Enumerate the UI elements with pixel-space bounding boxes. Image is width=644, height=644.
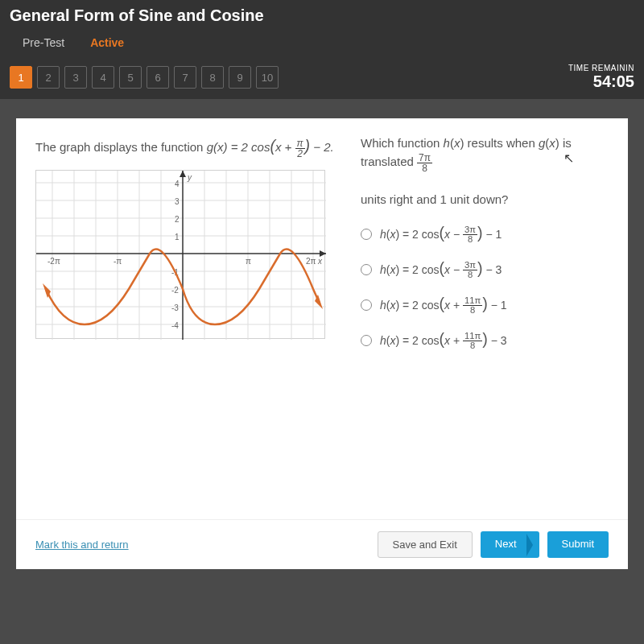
svg-text:4: 4	[175, 180, 180, 188]
svg-text:1: 1	[175, 233, 180, 242]
svg-text:y: y	[187, 173, 192, 182]
svg-text:2π: 2π	[306, 257, 316, 266]
question-right: Which function h(x) results when g(x) is…	[361, 134, 609, 209]
svg-text:x: x	[317, 257, 323, 266]
qnum-4[interactable]: 4	[92, 66, 114, 89]
option-d-label: h(x) = 2 cos(x + 11π8) − 3	[380, 330, 507, 351]
option-b-label: h(x) = 2 cos(x − 3π8) − 3	[380, 259, 502, 280]
svg-text:-2: -2	[171, 286, 179, 295]
save-exit-button[interactable]: Save and Exit	[378, 531, 473, 558]
qr-prefix: Which function	[361, 136, 444, 150]
timer: TIME REMAININ 54:05	[568, 64, 634, 91]
qr-line2: units right and 1 unit down?	[361, 192, 508, 206]
question-left: The graph displays the function g(x) = 2…	[35, 134, 341, 159]
qnum-10[interactable]: 10	[256, 66, 279, 89]
qnum-7[interactable]: 7	[174, 66, 196, 89]
option-b[interactable]: h(x) = 2 cos(x − 3π8) − 3	[361, 259, 609, 280]
question-nav: 1 2 3 4 5 6 7 8 9 10	[10, 66, 279, 89]
radio-a[interactable]	[361, 229, 372, 240]
qr-fracd: 8	[417, 163, 432, 173]
qnum-9[interactable]: 9	[229, 66, 251, 89]
tab-active[interactable]: Active	[77, 30, 137, 56]
option-d[interactable]: h(x) = 2 cos(x + 11π8) − 3	[361, 330, 609, 351]
radio-b[interactable]	[361, 264, 372, 275]
svg-text:3: 3	[175, 197, 180, 206]
svg-text:2: 2	[175, 215, 180, 224]
qnum-3[interactable]: 3	[64, 66, 87, 89]
qleft-math: g(x) = 2 cos(x + π2) − 2.	[207, 140, 334, 154]
timer-label: TIME REMAININ	[568, 64, 634, 72]
svg-text:-4: -4	[171, 321, 179, 330]
radio-c[interactable]	[361, 299, 372, 311]
option-c[interactable]: h(x) = 2 cos(x + 11π8) − 1	[361, 295, 609, 316]
qnum-1[interactable]: 1	[10, 66, 32, 89]
submit-button[interactable]: Submit	[547, 531, 609, 558]
qnum-8[interactable]: 8	[201, 66, 224, 89]
svg-text:-2π: -2π	[47, 257, 60, 266]
tab-row: Pre-Test Active	[10, 30, 634, 56]
qr-mid: results when	[464, 136, 539, 150]
qr-fracn: 7π	[417, 153, 432, 163]
qleft-prefix: The graph displays the function	[35, 140, 207, 154]
timer-value: 54:05	[568, 72, 634, 91]
option-a-label: h(x) = 2 cos(x − 3π8) − 1	[380, 224, 502, 245]
svg-text:-π: -π	[114, 257, 122, 266]
mark-return-link[interactable]: Mark this and return	[35, 539, 129, 551]
question-panel: The graph displays the function g(x) = 2…	[16, 118, 628, 569]
svg-marker-22	[320, 250, 326, 257]
svg-text:-3: -3	[171, 303, 179, 312]
svg-text:π: π	[246, 257, 251, 266]
page-title: General Form of Sine and Cosine	[10, 6, 634, 25]
qnum-5[interactable]: 5	[119, 66, 142, 89]
option-c-label: h(x) = 2 cos(x + 11π8) − 1	[380, 295, 507, 316]
function-graph: x y 4 3 2 1 -1 -2 -3 -4 -2π -π π 2π	[35, 170, 325, 339]
option-a[interactable]: h(x) = 2 cos(x − 3π8) − 1	[361, 224, 609, 245]
radio-d[interactable]	[361, 335, 372, 346]
tab-pretest[interactable]: Pre-Test	[10, 30, 77, 56]
next-button[interactable]: Next	[481, 531, 539, 558]
qnum-6[interactable]: 6	[147, 66, 169, 89]
svg-marker-23	[180, 171, 186, 177]
qnum-2[interactable]: 2	[37, 66, 60, 89]
